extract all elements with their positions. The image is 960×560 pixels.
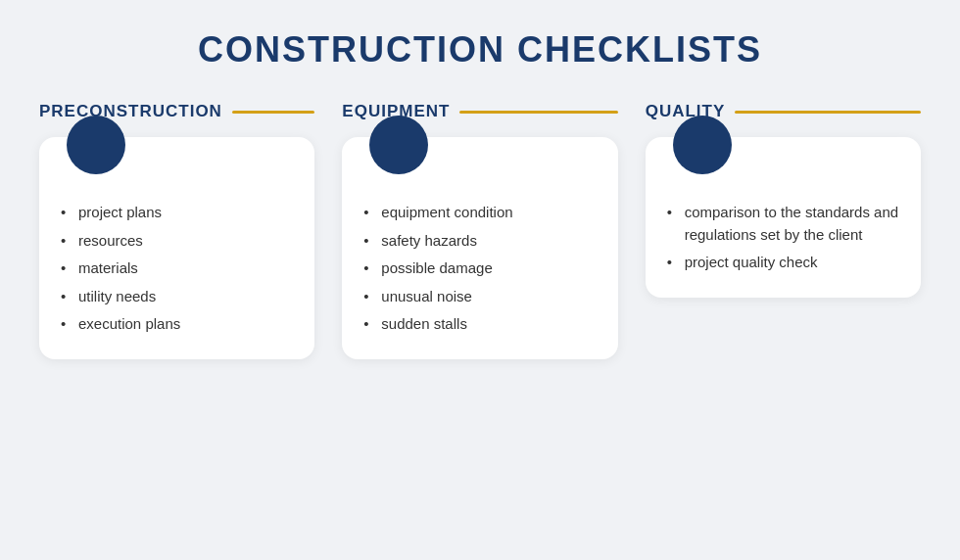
- header-line-equipment: [459, 111, 617, 114]
- list-item: unusual noise: [363, 286, 512, 308]
- card-quality: comparison to the standards and regulati…: [646, 137, 921, 298]
- column-preconstruction: PRECONSTRUCTIONproject plansresourcesmat…: [39, 102, 314, 359]
- card-equipment: equipment conditionsafety hazardspossibl…: [342, 137, 617, 359]
- card-circle-preconstruction: [67, 116, 125, 174]
- list-item: execution plans: [61, 313, 180, 336]
- header-line-quality: [735, 111, 921, 114]
- list-item: project quality check: [667, 252, 899, 274]
- columns-container: PRECONSTRUCTIONproject plansresourcesmat…: [39, 102, 921, 359]
- card-list-equipment: equipment conditionsafety hazardspossibl…: [363, 202, 512, 336]
- list-item: sudden stalls: [363, 313, 512, 336]
- list-item: resources: [61, 230, 180, 253]
- card-list-quality: comparison to the standards and regulati…: [667, 202, 899, 274]
- list-item: project plans: [61, 202, 180, 224]
- column-equipment: EQUIPMENTequipment conditionsafety hazar…: [342, 102, 617, 359]
- card-preconstruction: project plansresourcesmaterialsutility n…: [39, 137, 314, 359]
- card-circle-quality: [673, 116, 732, 174]
- list-item: comparison to the standards and regulati…: [667, 202, 899, 246]
- list-item: possible damage: [363, 257, 512, 280]
- column-quality: QUALITYcomparison to the standards and r…: [646, 102, 921, 298]
- column-header-quality: QUALITY: [646, 102, 921, 121]
- list-item: materials: [61, 257, 180, 280]
- header-line-preconstruction: [232, 111, 314, 114]
- card-list-preconstruction: project plansresourcesmaterialsutility n…: [61, 202, 180, 336]
- list-item: utility needs: [61, 286, 180, 308]
- page-title: CONSTRUCTION CHECKLISTS: [198, 29, 762, 70]
- list-item: equipment condition: [363, 202, 512, 224]
- list-item: safety hazards: [363, 230, 512, 253]
- card-circle-equipment: [369, 116, 428, 174]
- column-title-preconstruction: PRECONSTRUCTION: [39, 102, 222, 121]
